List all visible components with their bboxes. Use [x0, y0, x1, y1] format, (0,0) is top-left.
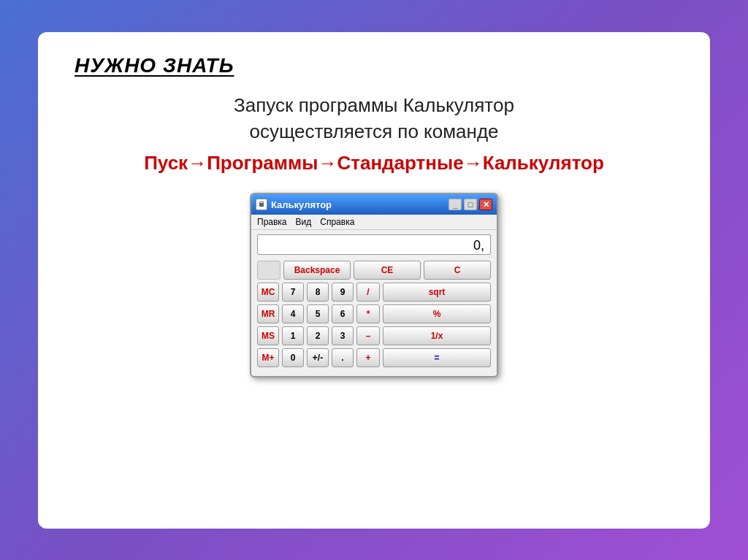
titlebar-left: 🖩 Калькулятор: [256, 199, 332, 210]
calc-row-5: M+ 0 +/- . + =: [257, 348, 491, 367]
inv-button[interactable]: 1/x: [383, 326, 491, 345]
mr-button[interactable]: MR: [257, 304, 279, 323]
equals-button[interactable]: =: [383, 348, 491, 367]
spacer-box: [257, 261, 280, 280]
calc-row-2: MC 7 8 9 / sqrt: [257, 283, 491, 302]
calc-title: Калькулятор: [271, 199, 332, 210]
calc-buttons: Backspace CE C MC 7 8 9 / sqrt MR 4 5 6 …: [251, 258, 497, 376]
title-section: НУЖНО ЗНАТЬ: [75, 54, 234, 77]
mplus-button[interactable]: M+: [257, 348, 279, 367]
mul-button[interactable]: *: [356, 304, 380, 323]
btn-8[interactable]: 8: [307, 283, 329, 302]
sub-button[interactable]: –: [356, 326, 380, 345]
btn-2[interactable]: 2: [307, 326, 329, 345]
description-line2: осуществляется по команде: [234, 118, 514, 145]
btn-0[interactable]: 0: [282, 348, 304, 367]
btn-5[interactable]: 5: [307, 304, 329, 323]
maximize-button[interactable]: □: [464, 199, 477, 210]
calc-row-3: MR 4 5 6 * %: [257, 304, 491, 323]
titlebar-buttons: _ □ ✕: [449, 199, 492, 210]
btn-7[interactable]: 7: [282, 283, 304, 302]
description-block: Запуск программы Калькулятор осуществляе…: [234, 92, 514, 145]
btn-9[interactable]: 9: [332, 283, 354, 302]
ms-button[interactable]: MS: [257, 326, 279, 345]
menubar: Правка Вид Справка: [251, 215, 497, 230]
c-button[interactable]: C: [424, 261, 491, 280]
btn-1[interactable]: 1: [282, 326, 304, 345]
mc-button[interactable]: MC: [257, 283, 279, 302]
backspace-button[interactable]: Backspace: [283, 261, 351, 280]
slide-title: НУЖНО ЗНАТЬ: [75, 54, 234, 77]
minimize-button[interactable]: _: [449, 199, 462, 210]
calc-row-1: Backspace CE C: [257, 261, 491, 280]
menu-view[interactable]: Вид: [296, 217, 312, 227]
add-button[interactable]: +: [356, 348, 380, 367]
btn-6[interactable]: 6: [332, 304, 354, 323]
menu-help[interactable]: Справка: [320, 217, 354, 227]
ce-button[interactable]: CE: [354, 261, 421, 280]
calc-app-icon: 🖩: [256, 199, 267, 210]
slide-container: НУЖНО ЗНАТЬ Запуск программы Калькулятор…: [38, 32, 710, 529]
calc-display: 0,: [257, 234, 491, 255]
btn-4[interactable]: 4: [282, 304, 304, 323]
command-line: Пуск→Программы→Стандартные→Калькулятор: [144, 152, 604, 174]
btn-3[interactable]: 3: [332, 326, 354, 345]
div-button[interactable]: /: [356, 283, 380, 302]
percent-button[interactable]: %: [383, 304, 491, 323]
calculator-window: 🖩 Калькулятор _ □ ✕ Правка Вид Справка 0…: [250, 193, 498, 377]
calc-row-4: MS 1 2 3 – 1/x: [257, 326, 491, 345]
sqrt-button[interactable]: sqrt: [383, 283, 491, 302]
menu-edit[interactable]: Правка: [257, 217, 287, 227]
plusminus-button[interactable]: +/-: [307, 348, 329, 367]
description-line1: Запуск программы Калькулятор: [234, 92, 514, 118]
dot-button[interactable]: .: [332, 348, 354, 367]
close-button[interactable]: ✕: [479, 199, 492, 210]
titlebar: 🖩 Калькулятор _ □ ✕: [251, 194, 497, 215]
